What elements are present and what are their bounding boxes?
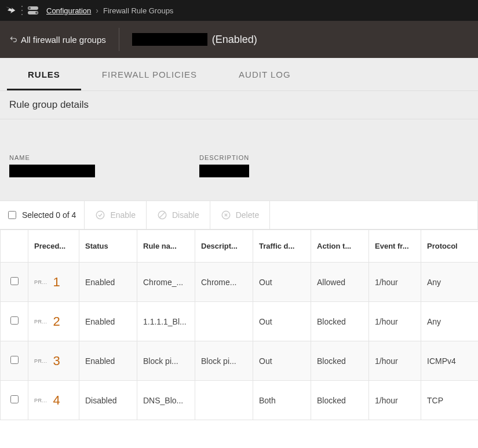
name-label: NAME [9, 154, 95, 161]
cell-description [195, 302, 253, 341]
precedence-tag: PR... [34, 279, 48, 285]
cell-description: Chrome... [195, 263, 253, 302]
cell-traffic-direction: Out [253, 263, 311, 302]
select-all-cell: Selected 0 of 4 [0, 201, 85, 229]
cell-traffic-direction: Out [253, 341, 311, 381]
table-row[interactable]: PR...2Enabled1.1.1.1_Bl...OutBlocked1/ho… [1, 302, 479, 341]
cell-rule-name: Chrome_... [137, 263, 195, 302]
precedence-tag: PR... [34, 319, 48, 325]
description-value-redacted [199, 165, 249, 177]
col-checkbox [1, 230, 28, 263]
col-status[interactable]: Status [79, 230, 137, 263]
row-checkbox[interactable] [10, 277, 19, 285]
col-protocol[interactable]: Protocol [421, 230, 479, 263]
rulegroup-name-redacted [132, 33, 207, 46]
topbar: Configuration › Firewall Rule Groups [0, 0, 478, 21]
slash-circle-icon [157, 210, 167, 220]
col-event-frequency[interactable]: Event fr... [369, 230, 421, 263]
col-precedence[interactable]: Preced... [28, 230, 79, 263]
tab-audit-log[interactable]: AUDIT LOG [218, 58, 312, 90]
subheader: All firewall rule groups (Enabled) [0, 21, 478, 58]
delete-label: Delete [236, 210, 259, 220]
cell-description [195, 381, 253, 420]
x-circle-icon [221, 210, 231, 220]
precedence-number: 3 [53, 354, 60, 369]
table-row[interactable]: PR...4DisabledDNS_Blo...BothBlocked1/hou… [1, 381, 479, 420]
tab-rules[interactable]: RULES [7, 58, 81, 90]
tab-row: RULES FIREWALL POLICIES AUDIT LOG [0, 58, 478, 91]
cell-event-frequency: 1/hour [369, 302, 421, 341]
menu-dots-icon[interactable] [20, 6, 24, 15]
svg-point-0 [97, 211, 105, 219]
table-row[interactable]: PR...1EnabledChrome_...Chrome...OutAllow… [1, 263, 479, 302]
cell-event-frequency: 1/hour [369, 263, 421, 302]
section-title: Rule group details [0, 91, 478, 119]
cell-protocol: Any [421, 302, 479, 341]
cell-protocol: TCP [421, 381, 479, 420]
tab-firewall-policies[interactable]: FIREWALL POLICIES [81, 58, 218, 90]
enable-label: Enable [110, 210, 136, 220]
svg-line-2 [160, 213, 165, 218]
action-bar: Selected 0 of 4 Enable Disable Delete [0, 201, 478, 230]
table-row[interactable]: PR...3EnabledBlock pi...Block pi...OutBl… [1, 341, 479, 381]
row-checkbox[interactable] [10, 395, 19, 403]
name-value-redacted [9, 165, 95, 177]
cell-status: Enabled [79, 302, 137, 341]
disable-label: Disable [172, 210, 199, 220]
cell-rule-name: Block pi... [137, 341, 195, 381]
col-traffic-direction[interactable]: Traffic d... [253, 230, 311, 263]
delete-button[interactable]: Delete [210, 201, 270, 229]
enabled-label: (Enabled) [212, 34, 257, 46]
enable-button[interactable]: Enable [85, 201, 147, 229]
vertical-divider [119, 28, 119, 51]
back-link-label: All firewall rule groups [21, 35, 106, 45]
breadcrumb-sep: › [96, 6, 98, 15]
cell-status: Disabled [79, 381, 137, 420]
cell-traffic-direction: Out [253, 302, 311, 341]
cell-event-frequency: 1/hour [369, 381, 421, 420]
row-checkbox[interactable] [10, 316, 19, 325]
toggle-stack-icon[interactable] [28, 6, 38, 14]
breadcrumb-current: Firewall Rule Groups [103, 6, 173, 15]
cell-status: Enabled [79, 341, 137, 381]
precedence-number: 1 [53, 275, 60, 290]
cell-rule-name: DNS_Blo... [137, 381, 195, 420]
row-checkbox[interactable] [10, 356, 19, 364]
cell-rule-name: 1.1.1.1_Bl... [137, 302, 195, 341]
col-rule-name[interactable]: Rule na... [137, 230, 195, 263]
precedence-number: 2 [53, 314, 60, 329]
precedence-number: 4 [53, 393, 60, 408]
cell-protocol: Any [421, 263, 479, 302]
cell-description: Block pi... [195, 341, 253, 381]
cell-traffic-direction: Both [253, 381, 311, 420]
selected-count-label: Selected 0 of 4 [22, 210, 76, 220]
cell-action-type: Allowed [311, 263, 369, 302]
precedence-tag: PR... [34, 398, 48, 403]
precedence-tag: PR... [34, 358, 48, 364]
cell-action-type: Blocked [311, 341, 369, 381]
cell-status: Enabled [79, 263, 137, 302]
cell-event-frequency: 1/hour [369, 341, 421, 381]
col-action-type[interactable]: Action t... [311, 230, 369, 263]
rules-table: Preced... Status Rule na... Descript... … [0, 230, 478, 420]
cell-protocol: ICMPv4 [421, 341, 479, 381]
select-all-checkbox[interactable] [8, 211, 16, 219]
cell-action-type: Blocked [311, 381, 369, 420]
disable-button[interactable]: Disable [147, 201, 210, 229]
falcon-logo-icon [5, 5, 16, 16]
back-link[interactable]: All firewall rule groups [9, 35, 106, 45]
cell-action-type: Blocked [311, 302, 369, 341]
details-panel: NAME DESCRIPTION [0, 119, 478, 201]
description-label: DESCRIPTION [199, 154, 249, 161]
col-description[interactable]: Descript... [195, 230, 253, 263]
check-circle-icon [95, 210, 105, 220]
undo-icon [9, 35, 17, 43]
breadcrumb-parent[interactable]: Configuration [46, 6, 91, 15]
